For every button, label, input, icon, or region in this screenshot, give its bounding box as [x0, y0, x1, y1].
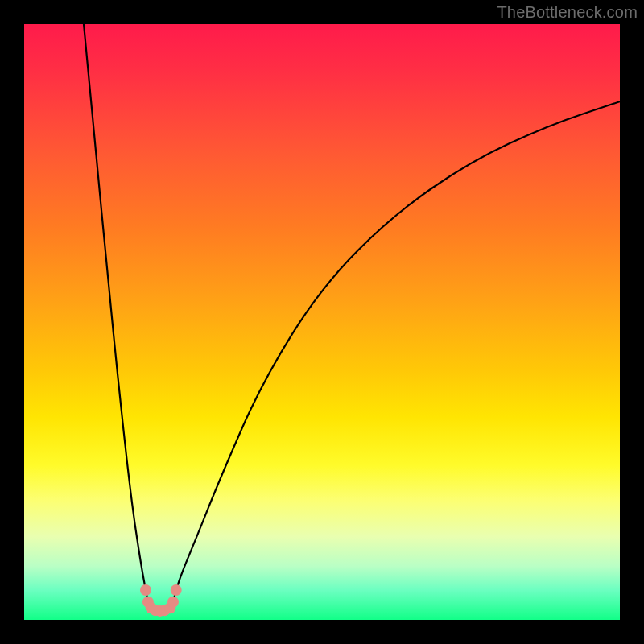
curves-svg: [24, 24, 620, 620]
marker-point: [167, 597, 179, 608]
chart-frame: TheBottleneck.com: [0, 0, 644, 644]
plot-area: [24, 24, 620, 620]
series-right-curve: [170, 101, 620, 608]
series-left-curve: [84, 24, 151, 608]
watermark-text: TheBottleneck.com: [497, 3, 638, 22]
marker-point: [171, 584, 182, 596]
marker-point: [140, 584, 151, 596]
